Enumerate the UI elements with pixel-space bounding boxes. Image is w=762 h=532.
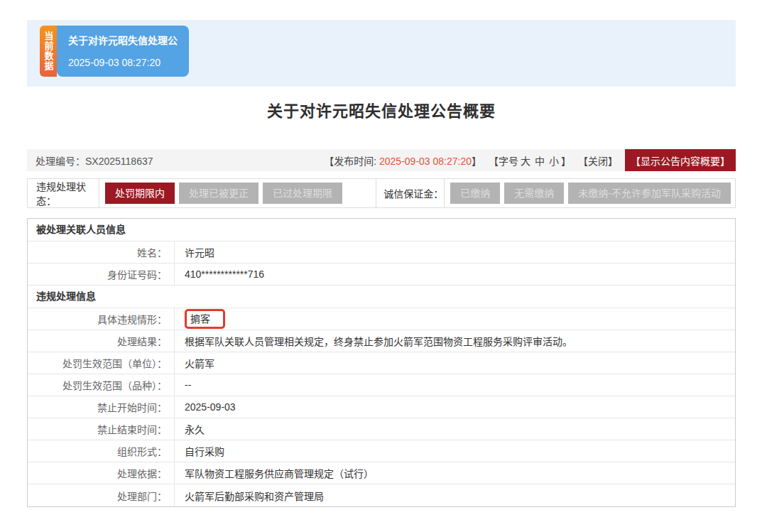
current-data-band: 当前数据 关于对许元昭失信处理公 2025-09-03 08:27:20 [27,20,736,87]
font-size-medium-button[interactable]: 中 [535,156,545,167]
violation-status-chip-2: 已过处理期限 [263,183,342,204]
row-value: 火箭军后勤部采购和资产管理局 [175,484,735,506]
table-row: 处罚生效范围（品种）：-- [28,374,735,396]
violation-status-chip-1: 处理已被更正 [179,183,258,204]
detail-table: 被处理关联人员信息姓名：许元昭身份证号码：410************716违… [27,218,736,507]
section-header-1: 违规处理信息 [28,286,735,308]
table-row: 组织形式：自行采购 [28,440,735,462]
deposit-status-chip-0: 已缴纳 [450,183,500,204]
deposit-status-chip-2: 未缴纳-不允许参加军队采购活动 [568,183,731,204]
publish-time-label: 【发布时间: [324,156,379,167]
highlight-annotation-box: 掮客 [185,309,225,329]
deposit-status-chip-1: 无需缴纳 [504,183,564,204]
table-row: 禁止结束时间：永久 [28,418,735,440]
row-label: 处理结果： [28,330,175,352]
current-data-tag: 当前数据 [40,26,57,77]
row-value: 根据军队关联人员管理相关规定，终身禁止参加火箭军范围物资工程服务采购评审活动。 [175,330,735,352]
table-row: 处罚生效范围（单位）：火箭军 [28,352,735,374]
violation-status-options: 处罚期限内处理已被更正已过处理期限 [99,179,376,207]
page-title: 关于对许元昭失信处理公告概要 [27,98,736,121]
announcement-bubble-timestamp: 2025-09-03 08:27:20 [68,55,178,70]
info-bar-actions: 【发布时间: 2025-09-03 08:27:20】 【字号大中小】 【关闭】… [324,149,736,171]
publish-time: 【发布时间: 2025-09-03 08:27:20】 [324,153,481,168]
row-label: 具体违规情形： [28,308,175,330]
status-box: 违规处理状态： 处罚期限内处理已被更正已过处理期限 诚信保证金： 已缴纳无需缴纳… [27,178,736,208]
violation-status-label: 违规处理状态： [28,179,99,207]
table-row: 身份证号码：410************716 [28,264,735,286]
deposit-options: 已缴纳无需缴纳未缴纳-不允许参加军队采购活动 [445,179,735,207]
table-row: 姓名：许元昭 [28,241,735,264]
table-row: 具体违规情形：掮客 [28,308,735,330]
row-label: 组织形式： [28,440,175,462]
table-row: 处理结果：根据军队关联人员管理相关规定，终身禁止参加火箭军范围物资工程服务采购评… [28,330,735,352]
info-bar: 处理编号：SX2025118637 【发布时间: 2025-09-03 08:2… [27,149,736,171]
page-content: 当前数据 关于对许元昭失信处理公 2025-09-03 08:27:20 关于对… [27,20,736,507]
font-size-control: 【字号大中小】 [489,153,571,168]
publish-time-value: 2025-09-03 08:27:20 [379,156,472,167]
show-summary-button[interactable]: 【显示公告内容概要】 [625,149,736,171]
row-value: -- [175,374,735,396]
row-label: 处罚生效范围（品种）： [28,374,175,396]
font-size-small-button[interactable]: 小 [549,156,559,167]
row-label: 姓名： [28,241,175,263]
close-button[interactable]: 【关闭】 [578,153,618,168]
row-value: 自行采购 [175,440,735,462]
current-announcement-banner: 当前数据 关于对许元昭失信处理公 2025-09-03 08:27:20 [40,26,189,77]
row-value: 410************716 [175,264,735,285]
table-row: 禁止开始时间：2025-09-03 [28,396,735,418]
deposit-label: 诚信保证金： [376,179,445,207]
row-value: 许元昭 [175,241,735,263]
row-value: 掮客 [175,308,735,330]
row-value: 永久 [175,418,735,440]
row-value: 2025-09-03 [175,396,735,418]
font-size-large-button[interactable]: 大 [521,156,530,167]
row-label: 禁止结束时间： [28,418,175,440]
font-size-suffix: 】 [561,156,571,167]
violation-status-chip-0: 处罚期限内 [105,183,175,204]
table-row: 处理依据：军队物资工程服务供应商管理规定（试行） [28,462,735,484]
row-value: 火箭军 [175,352,735,374]
publish-time-suffix: 】 [472,156,481,167]
row-label: 身份证号码： [28,264,175,285]
row-value: 军队物资工程服务供应商管理规定（试行） [175,462,735,484]
row-label: 处理部门： [28,484,175,506]
font-size-label: 【字号 [489,156,518,167]
doc-number-label: 处理编号： [36,156,85,167]
announcement-bubble[interactable]: 关于对许元昭失信处理公 2025-09-03 08:27:20 [57,26,189,77]
announcement-bubble-title: 关于对许元昭失信处理公 [68,33,178,48]
table-row: 处理部门：火箭军后勤部采购和资产管理局 [28,484,735,506]
section-header-0: 被处理关联人员信息 [28,219,735,241]
row-label: 禁止开始时间： [28,396,175,418]
doc-number: 处理编号：SX2025118637 [36,153,153,168]
doc-number-value: SX2025118637 [85,156,153,167]
row-label: 处理依据： [28,462,175,484]
row-label: 处罚生效范围（单位）： [28,352,175,374]
